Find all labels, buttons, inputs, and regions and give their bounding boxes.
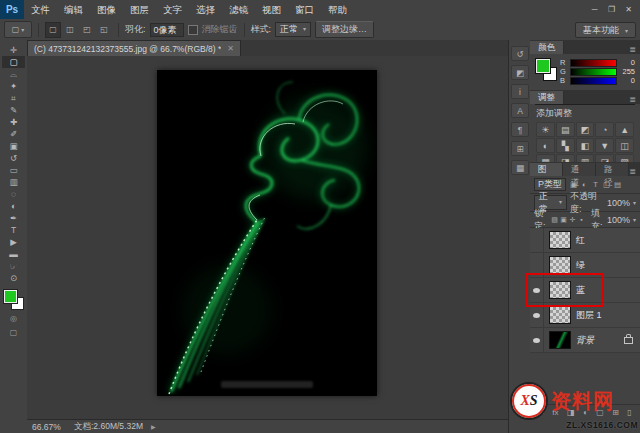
filter-shape-icon[interactable]: ▢ [601,179,612,190]
marquee-tool[interactable]: ▢ [2,56,25,68]
panel-menu-icon[interactable]: ≣ [629,45,640,54]
hand-tool[interactable]: ☞ [2,260,25,272]
layer-thumbnail[interactable] [549,331,571,349]
clone-stamp-tool[interactable]: ▣ [2,140,25,152]
tab-color[interactable]: 颜色 [530,41,564,54]
visibility-toggle[interactable] [530,228,544,252]
hue-saturation-icon[interactable]: ◐ [536,138,555,153]
vibrance-icon[interactable]: ▲ [615,122,634,137]
canvas-area[interactable] [27,56,508,420]
tab-adjustments[interactable]: 调整 [530,91,564,104]
filter-smart-icon[interactable]: ▤ [612,179,623,190]
layer-thumbnail[interactable] [549,256,571,274]
b-slider[interactable] [570,77,617,85]
layer-thumbnail[interactable] [549,231,571,249]
history-brush-tool[interactable]: ↺ [2,152,25,164]
layer-row-4[interactable]: 背景 [530,328,640,353]
layer-thumbnail[interactable] [549,306,571,324]
menu-item-8[interactable]: 窗口 [288,0,321,19]
style-select[interactable]: 正常 ▾ [275,22,311,37]
filter-image-icon[interactable]: ▣ [568,179,579,190]
menu-item-7[interactable]: 视图 [255,0,288,19]
fill-value[interactable]: 100% [607,215,630,225]
lock-position-icon[interactable]: ✛ [568,215,577,225]
menu-item-6[interactable]: 滤镜 [222,0,255,19]
menu-item-2[interactable]: 图像 [90,0,123,19]
brightness-contrast-icon[interactable]: ☀ [536,122,555,137]
curves-icon[interactable]: ◩ [576,122,595,137]
history-panel-icon[interactable]: ↺ [511,46,529,61]
antialias-checkbox[interactable] [188,25,198,35]
eraser-tool[interactable]: ▭ [2,164,25,176]
zoom-level[interactable]: 66.67% [32,422,66,432]
channel-mixer-icon[interactable]: ◫ [615,138,634,153]
exposure-icon[interactable]: ◔ [595,122,614,137]
photo-image[interactable] [157,70,377,396]
lock-transparency-icon[interactable]: ▨ [550,215,559,225]
tab-close-icon[interactable]: ✕ [227,44,234,53]
type-tool[interactable]: T [2,224,25,236]
foreground-color-chip[interactable] [4,290,17,303]
levels-icon[interactable]: ▤ [556,122,575,137]
tab-paths[interactable]: 路径 [596,163,629,176]
styles-panel-icon[interactable]: ▦ [511,160,529,175]
shape-tool[interactable]: ▬ [2,248,25,260]
properties-panel-icon[interactable]: ◩ [511,65,529,80]
tool-preset-picker[interactable]: ▢ ▾ [4,21,32,38]
path-select-tool[interactable]: ▶ [2,236,25,248]
workspace-switcher[interactable]: 基本功能 ▾ [575,22,636,38]
menu-item-5[interactable]: 选择 [189,0,222,19]
menu-item-1[interactable]: 编辑 [57,0,90,19]
document-tab[interactable]: (C) 473731242132373555.jpg @ 66.7%(RGB/8… [27,40,241,56]
black-white-icon[interactable]: ◧ [576,138,595,153]
foreground-color-swatch[interactable] [536,59,550,73]
menu-item-3[interactable]: 图层 [123,0,156,19]
healing-tool[interactable]: ✚ [2,116,25,128]
screen-mode-icon[interactable]: ▢ [2,327,25,338]
subtract-selection-icon[interactable]: ◰ [79,22,95,38]
minimize-icon[interactable]: ─ [587,3,602,16]
lasso-tool[interactable]: ⌓ [2,68,25,80]
lock-all-icon[interactable]: ▪ [577,215,586,225]
visibility-toggle[interactable] [530,328,544,352]
feather-input[interactable]: 0像素 [150,23,184,37]
info-panel-icon[interactable]: i [511,84,529,99]
g-slider[interactable] [570,68,617,76]
layer-row-0[interactable]: 红 [530,228,640,253]
quick-mask-icon[interactable]: ◎ [2,313,25,324]
refine-edge-button[interactable]: 调整边缘… [315,21,374,38]
blur-tool[interactable]: ◌ [2,188,25,200]
menu-item-9[interactable]: 帮助 [321,0,354,19]
crop-tool[interactable]: ⌗ [2,92,25,104]
status-flyout-icon[interactable]: ▶ [151,423,156,430]
brush-tool[interactable]: ✐ [2,128,25,140]
gradient-tool[interactable]: ▥ [2,176,25,188]
add-selection-icon[interactable]: ◫ [62,22,78,38]
move-tool[interactable]: ✛ [2,44,25,56]
color-balance-icon[interactable]: ▚ [556,138,575,153]
lock-pixels-icon[interactable]: ▣ [559,215,568,225]
close-icon[interactable]: ✕ [621,3,636,16]
new-selection-icon[interactable]: ▢ [45,22,61,38]
dodge-tool[interactable]: ◐ [2,200,25,212]
navigator-panel-icon[interactable]: ⊞ [511,141,529,156]
character-panel-icon[interactable]: A [511,103,529,118]
panel-menu-icon[interactable]: ≣ [629,167,640,176]
intersect-selection-icon[interactable]: ◱ [96,22,112,38]
eyedropper-tool[interactable]: ✎ [2,104,25,116]
menu-item-0[interactable]: 文件 [24,0,57,19]
r-slider[interactable] [570,59,617,67]
tab-layers[interactable]: 图层 [530,163,563,176]
opacity-value[interactable]: 100% [607,198,630,208]
filter-adjustment-icon[interactable]: ◐ [579,179,590,190]
restore-icon[interactable]: ❐ [604,3,619,16]
menu-item-4[interactable]: 文字 [156,0,189,19]
tab-channels[interactable]: 通道 [563,163,596,176]
pen-tool[interactable]: ✒ [2,212,25,224]
panel-menu-icon[interactable]: ≣ [629,95,640,104]
photo-filter-icon[interactable]: ▼ [595,138,614,153]
quick-select-tool[interactable]: ✦ [2,80,25,92]
filter-type-icon[interactable]: T [590,179,601,190]
paragraph-panel-icon[interactable]: ¶ [511,122,529,137]
zoom-tool[interactable]: ⊙ [2,272,25,284]
